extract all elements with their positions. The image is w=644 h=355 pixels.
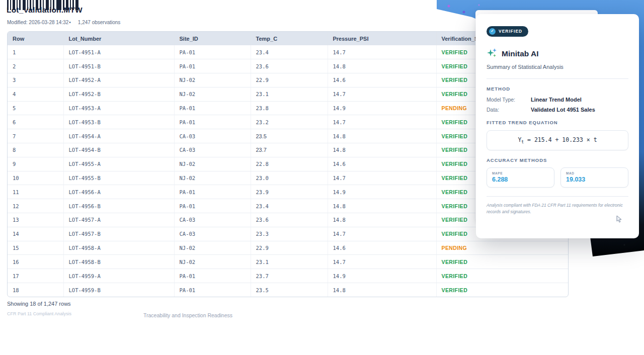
cell-site-id: CA-03 — [174, 227, 251, 241]
cell-temp-c: 23.4 — [251, 199, 328, 213]
cell-lot-number: LOT-4956-B — [63, 199, 174, 213]
metric-value: 6.288 — [492, 176, 549, 183]
cell-temp-c: 23.5 — [251, 129, 328, 143]
cell-site-id: PA-01 — [174, 283, 251, 297]
cell-site-id: PA-01 — [174, 269, 251, 283]
cell-status: VERIFIED — [436, 255, 569, 269]
cell-pressure-psi: 14.6 — [328, 241, 436, 255]
equation-rhs: = 215.4 + 10.233 × t — [524, 136, 597, 143]
cell-temp-c: 23.3 — [251, 227, 328, 241]
verified-badge: ✓ VERIFIED — [487, 26, 528, 37]
column-header-row[interactable]: Row — [8, 32, 63, 45]
metric-label: MAD — [566, 171, 623, 175]
cell-lot-number: LOT-4951-A — [63, 45, 174, 59]
cell-lot-number: LOT-4958-A — [63, 241, 174, 255]
method-table: Model Type: Linear Trend Model Data: Val… — [487, 97, 628, 113]
table-row[interactable]: 15LOT-4958-ANJ-0222.914.6PENDING — [8, 241, 569, 255]
cell-site-id: NJ-02 — [174, 157, 251, 171]
document-meta: Modified: 2026-03-28 14:32•1,247 observa… — [7, 20, 120, 25]
page-title: Lot_Validation.MTW — [7, 6, 83, 15]
cell-pressure-psi: 14.7 — [328, 171, 436, 185]
model-type-value: Linear Trend Model — [531, 97, 628, 103]
cell-pressure-psi: 14.9 — [328, 269, 436, 283]
cell-lot-number: LOT-4952-B — [63, 87, 174, 101]
cell-site-id: PA-01 — [174, 45, 251, 59]
cell-row: 2 — [8, 59, 63, 73]
cell-row: 7 — [8, 129, 63, 143]
cell-site-id: CA-03 — [174, 213, 251, 227]
cell-lot-number: LOT-4959-A — [63, 269, 174, 283]
cell-site-id: NJ-02 — [174, 87, 251, 101]
cell-site-id: PA-01 — [174, 199, 251, 213]
cell-site-id: PA-01 — [174, 101, 251, 115]
column-header-temp_c[interactable]: Temp_C — [251, 32, 328, 45]
cell-lot-number: LOT-4954-A — [63, 129, 174, 143]
cell-lot-number: LOT-4955-B — [63, 171, 174, 185]
cell-pressure-psi: 14.7 — [328, 227, 436, 241]
cell-row: 4 — [8, 87, 63, 101]
table-row[interactable]: 16LOT-4958-BNJ-0223.114.7VERIFIED — [8, 255, 569, 269]
cell-row: 9 — [8, 157, 63, 171]
status-badge: VERIFIED — [442, 217, 468, 223]
cell-site-id: PA-01 — [174, 185, 251, 199]
cell-row: 18 — [8, 283, 63, 297]
status-badge: VERIFIED — [442, 287, 468, 293]
cell-temp-c: 23.1 — [251, 255, 328, 269]
status-badge: VERIFIED — [442, 161, 468, 167]
cell-temp-c: 23.6 — [251, 59, 328, 73]
cell-temp-c: 23.6 — [251, 213, 328, 227]
divider — [487, 78, 628, 79]
cell-temp-c: 23.2 — [251, 115, 328, 129]
cell-site-id: CA-03 — [174, 143, 251, 157]
metric-box-mape: MAPE6.288 — [487, 167, 554, 188]
cell-lot-number: LOT-4951-B — [63, 59, 174, 73]
cell-row: 16 — [8, 255, 63, 269]
cell-row: 6 — [8, 115, 63, 129]
status-badge: VERIFIED — [442, 133, 468, 139]
table-row[interactable]: 18LOT-4959-BPA-0123.514.8VERIFIED — [8, 283, 569, 297]
cell-pressure-psi: 14.8 — [328, 143, 436, 157]
cell-site-id: PA-01 — [174, 59, 251, 73]
minitab-ai-card: ✓ VERIFIED Minitab AI Summary of Statist… — [476, 14, 639, 238]
cell-site-id: NJ-02 — [174, 255, 251, 269]
cell-site-id: NJ-02 — [174, 73, 251, 87]
status-badge: VERIFIED — [442, 231, 468, 237]
cell-pressure-psi: 14.8 — [328, 199, 436, 213]
cell-status: VERIFIED — [436, 283, 569, 297]
cell-lot-number: LOT-4955-A — [63, 157, 174, 171]
row-count-status: Showing 18 of 1,247 rows — [7, 301, 71, 307]
card-title: Minitab AI — [502, 49, 538, 58]
cell-row: 10 — [8, 171, 63, 185]
verified-badge-label: VERIFIED — [499, 29, 522, 34]
cell-temp-c: 22.9 — [251, 73, 328, 87]
cell-lot-number: LOT-4957-A — [63, 213, 174, 227]
cell-status: VERIFIED — [436, 269, 569, 283]
status-badge: VERIFIED — [442, 91, 468, 97]
compliance-footnote: Analysis compliant with FDA 21 CFR Part … — [487, 202, 628, 215]
table-row[interactable]: 17LOT-4959-APA-0123.714.9VERIFIED — [8, 269, 569, 283]
sparkles-icon — [487, 48, 497, 60]
cell-row: 12 — [8, 199, 63, 213]
model-type-label: Model Type: — [487, 97, 531, 103]
cell-row: 5 — [8, 101, 63, 115]
card-subtitle: Summary of Statistical Analysis — [487, 64, 628, 70]
cell-row: 11 — [8, 185, 63, 199]
observation-count: 1,247 observations — [78, 20, 121, 25]
equation-heading: FITTED TREND EQUATION — [487, 120, 628, 125]
cell-temp-c: 23.1 — [251, 87, 328, 101]
cell-site-id: PA-01 — [174, 115, 251, 129]
cell-temp-c: 23.5 — [251, 283, 328, 297]
cell-lot-number: LOT-4956-A — [63, 185, 174, 199]
data-value: Validated Lot 4951 Sales — [531, 107, 628, 113]
status-badge: VERIFIED — [442, 189, 468, 195]
cell-temp-c: 22.8 — [251, 157, 328, 171]
cell-pressure-psi: 14.8 — [328, 59, 436, 73]
column-header-site_id[interactable]: Site_ID — [174, 32, 251, 45]
cell-pressure-psi: 14.8 — [328, 129, 436, 143]
compliance-caption: CFR Part 11 Compliant Analysis — [7, 311, 71, 316]
column-header-pressure_psi[interactable]: Pressure_PSI — [328, 32, 436, 45]
column-header-lot_number[interactable]: Lot_Number — [63, 32, 174, 45]
meta-bullet: • — [69, 20, 71, 25]
cell-pressure-psi: 14.9 — [328, 101, 436, 115]
cell-row: 14 — [8, 227, 63, 241]
